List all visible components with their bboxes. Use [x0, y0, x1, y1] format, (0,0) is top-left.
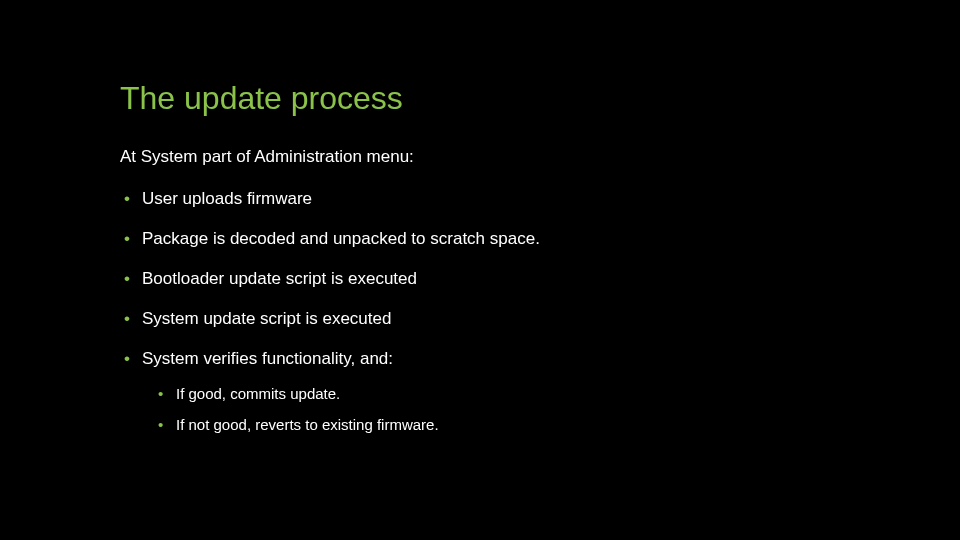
sub-bullet-text: If not good, reverts to existing firmwar… — [176, 416, 439, 433]
sub-bullet-text: If good, commits update. — [176, 385, 340, 402]
slide-title: The update process — [120, 80, 960, 117]
bullet-list: User uploads firmware Package is decoded… — [120, 189, 960, 433]
bullet-text: System update script is executed — [142, 309, 391, 328]
sub-bullet-list: If good, commits update. If not good, re… — [142, 385, 960, 433]
bullet-text: System verifies functionality, and: — [142, 349, 393, 368]
list-item: System verifies functionality, and: If g… — [120, 349, 960, 433]
list-item: Bootloader update script is executed — [120, 269, 960, 289]
list-item: User uploads firmware — [120, 189, 960, 209]
bullet-text: Package is decoded and unpacked to scrat… — [142, 229, 540, 248]
list-item: If not good, reverts to existing firmwar… — [156, 416, 960, 433]
slide: The update process At System part of Adm… — [0, 0, 960, 540]
bullet-text: User uploads firmware — [142, 189, 312, 208]
slide-intro: At System part of Administration menu: — [120, 147, 960, 167]
list-item: Package is decoded and unpacked to scrat… — [120, 229, 960, 249]
bullet-text: Bootloader update script is executed — [142, 269, 417, 288]
list-item: System update script is executed — [120, 309, 960, 329]
list-item: If good, commits update. — [156, 385, 960, 402]
